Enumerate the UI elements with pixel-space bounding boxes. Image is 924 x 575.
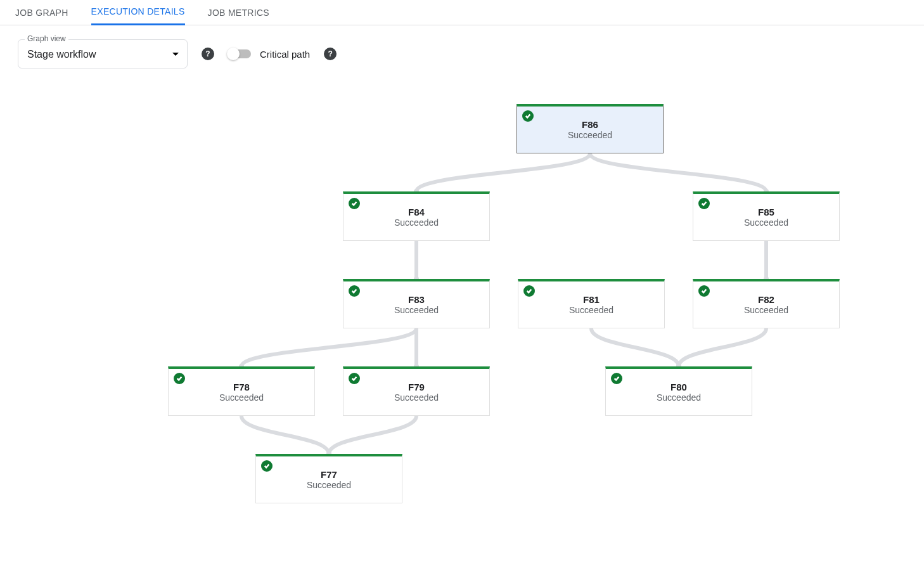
graph-view-select[interactable]: Graph view Stage workflow: [18, 39, 188, 68]
node-status: Succeeded: [657, 392, 701, 403]
node-title: F84: [408, 207, 425, 217]
tabs: JOB GRAPH EXECUTION DETAILS JOB METRICS: [0, 0, 924, 25]
node-status: Succeeded: [394, 392, 439, 403]
check-circle-icon: [522, 110, 534, 122]
edge-F81-F80: [591, 328, 679, 366]
check-circle-icon: [349, 285, 360, 297]
node-status: Succeeded: [219, 392, 264, 403]
check-circle-icon: [261, 460, 273, 472]
edge-F79-F77: [329, 416, 416, 454]
check-circle-icon: [698, 285, 710, 297]
edge-F86-F85: [590, 153, 766, 191]
stage-node-f84[interactable]: F84Succeeded: [343, 191, 490, 241]
stage-node-f81[interactable]: F81Succeeded: [518, 279, 665, 328]
node-title: F80: [671, 382, 687, 392]
check-circle-icon: [611, 373, 622, 384]
node-title: F86: [582, 119, 598, 130]
stage-node-f77[interactable]: F77Succeeded: [255, 454, 402, 503]
tab-job-metrics[interactable]: JOB METRICS: [208, 0, 269, 25]
check-circle-icon: [523, 285, 535, 297]
stage-node-f79[interactable]: F79Succeeded: [343, 366, 490, 416]
node-status: Succeeded: [569, 305, 613, 315]
edge-F86-F84: [416, 153, 590, 191]
tab-execution-details[interactable]: EXECUTION DETAILS: [91, 0, 185, 25]
critical-path-toggle-group: Critical path: [228, 49, 310, 60]
controls-bar: Graph view Stage workflow ? Critical pat…: [0, 25, 924, 82]
critical-path-toggle[interactable]: [228, 49, 251, 58]
help-icon[interactable]: ?: [324, 48, 337, 60]
node-status: Succeeded: [307, 480, 351, 490]
node-title: F82: [758, 294, 774, 305]
stage-node-f82[interactable]: F82Succeeded: [693, 279, 840, 328]
graph-view-label: Graph view: [25, 34, 68, 43]
node-status: Succeeded: [744, 217, 788, 228]
toggle-knob: [227, 48, 240, 60]
check-circle-icon: [698, 198, 710, 209]
tab-job-graph[interactable]: JOB GRAPH: [15, 0, 68, 25]
stage-node-f80[interactable]: F80Succeeded: [605, 366, 752, 416]
stage-node-f86[interactable]: F86Succeeded: [517, 104, 664, 153]
check-circle-icon: [349, 198, 360, 209]
caret-down-icon: [172, 48, 179, 60]
critical-path-label: Critical path: [260, 49, 310, 60]
stage-node-f83[interactable]: F83Succeeded: [343, 279, 490, 328]
edge-F78-F77: [241, 416, 329, 454]
graph-stage: F86SucceededF84SucceededF85SucceededF83S…: [0, 82, 924, 571]
node-title: F78: [233, 382, 250, 392]
node-status: Succeeded: [744, 305, 788, 315]
check-circle-icon: [349, 373, 360, 384]
node-title: F77: [321, 469, 337, 480]
edge-F83-F78: [241, 328, 416, 366]
edge-F82-F80: [679, 328, 766, 366]
stage-node-f78[interactable]: F78Succeeded: [168, 366, 315, 416]
node-title: F83: [408, 294, 425, 305]
check-circle-icon: [174, 373, 185, 384]
node-title: F85: [758, 207, 774, 217]
node-status: Succeeded: [394, 217, 439, 228]
help-icon[interactable]: ?: [202, 48, 214, 60]
node-status: Succeeded: [394, 305, 439, 315]
node-title: F79: [408, 382, 425, 392]
stage-node-f85[interactable]: F85Succeeded: [693, 191, 840, 241]
node-status: Succeeded: [568, 130, 612, 140]
node-title: F81: [583, 294, 600, 305]
graph-view-value: Stage workflow: [27, 49, 96, 60]
